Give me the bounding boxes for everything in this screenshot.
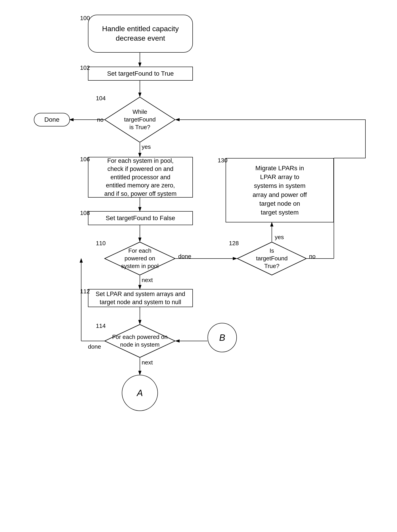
circle-b: B [208,323,237,352]
label-no-128: no [309,253,316,260]
circle-a: A [122,375,158,411]
node-108: Set targetFound to False [88,211,193,225]
label-next-110: next [142,277,153,284]
label-next-114: next [142,359,153,366]
node-130: Migrate LPARs in LPAR array to systems i… [226,158,334,222]
node-106-label: For each system in pool, check if powere… [104,157,177,198]
start-node: Handle entitled capacity decrease event [88,15,193,53]
label-yes-128: yes [275,234,284,241]
label-no-104: no [97,116,104,123]
circle-a-label: A [137,388,143,398]
node-104-label: While targetFound is True? [124,108,156,131]
label-130: 130 [218,157,227,164]
label-done-114: done [88,343,101,350]
label-110: 110 [96,240,105,247]
label-114: 114 [96,323,105,329]
label-112: 112 [80,288,90,295]
node-128-label: Is targetFound True? [256,247,288,270]
start-label: Handle entitled capacity decrease event [102,24,179,43]
node-102: Set targetFound to True [88,67,193,81]
label-106: 106 [80,156,90,163]
node-104: While targetFound is True? [104,97,175,143]
node-110-label: For each powered on system in pool [121,247,159,270]
done-label: Done [44,116,60,123]
label-128: 128 [229,240,239,247]
arrows-svg [0,0,397,532]
node-114: For each powered on node in system [104,324,175,358]
node-130-label: Migrate LPARs in LPAR array to systems i… [253,164,307,217]
label-102: 102 [80,64,90,71]
node-128: Is targetFound True? [237,242,307,275]
circle-b-label: B [219,333,225,343]
label-104: 104 [96,95,105,102]
node-106: For each system in pool, check if powere… [88,157,193,198]
label-done-110: done [178,253,191,260]
node-108-label: Set targetFound to False [105,215,175,222]
node-112-label: Set LPAR and system arrays and target no… [96,290,185,306]
node-110: For each powered on system in pool [104,242,175,275]
label-yes-104: yes [142,143,151,150]
diagram-container: Handle entitled capacity decrease event … [0,0,397,532]
done-node: Done [34,113,70,127]
node-114-label: For each powered on node in system [112,333,167,349]
label-100: 100 [80,15,90,22]
label-108: 108 [80,209,90,216]
node-112: Set LPAR and system arrays and target no… [88,289,193,307]
node-102-label: Set targetFound to True [107,70,174,77]
